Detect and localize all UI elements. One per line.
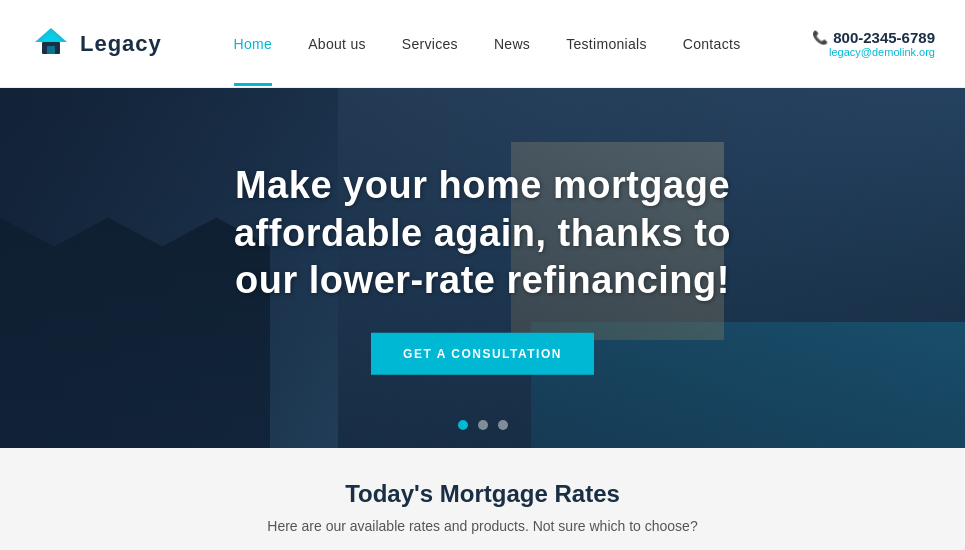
contact-info: 📞 800-2345-6789 legacy@demolink.org [812,29,935,58]
hero-content: Make your home mortgage affordable again… [203,162,763,375]
nav-news[interactable]: News [494,36,530,52]
hero-section: Make your home mortgage affordable again… [0,88,965,448]
dot-1[interactable] [458,420,468,430]
rates-section: Today's Mortgage Rates Here are our avai… [0,448,965,550]
cta-button[interactable]: GET A CONSULTATION [371,332,594,374]
phone-icon: 📞 [812,30,828,45]
logo-area: Legacy [30,24,162,64]
nav-testimonials[interactable]: Testimonials [566,36,647,52]
nav-services[interactable]: Services [402,36,458,52]
dot-2[interactable] [478,420,488,430]
site-header: Legacy Home About us Services News Testi… [0,0,965,88]
main-nav: Home About us Services News Testimonials… [234,36,741,52]
dot-3[interactable] [498,420,508,430]
logo-text: Legacy [80,31,162,57]
email-link[interactable]: legacy@demolink.org [812,46,935,58]
phone-number: 📞 800-2345-6789 [812,29,935,46]
svg-rect-3 [47,46,55,54]
logo-icon [30,24,72,64]
nav-about[interactable]: About us [308,36,366,52]
rates-subtitle: Here are our available rates and product… [30,518,935,534]
nav-contacts[interactable]: Contacts [683,36,741,52]
hero-title: Make your home mortgage affordable again… [203,162,763,305]
nav-home[interactable]: Home [234,36,273,52]
slider-dots [458,420,508,430]
rates-title: Today's Mortgage Rates [30,480,935,508]
